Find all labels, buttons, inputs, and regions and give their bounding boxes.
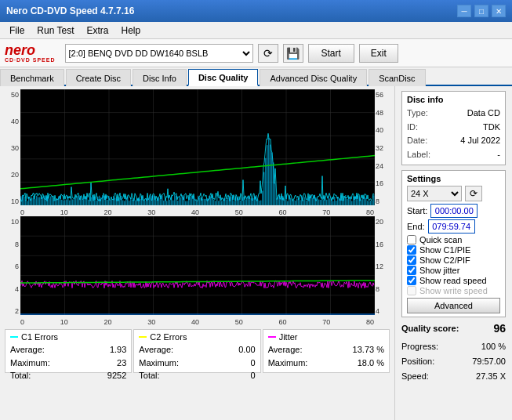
legend-jitter-average: Average: 13.73 % bbox=[268, 343, 384, 357]
jitter-average-label: Average: bbox=[268, 343, 303, 357]
disc-info-title: Disc info bbox=[407, 95, 500, 104]
menu-run-test[interactable]: Run Test bbox=[31, 24, 80, 38]
c2-average-value: 0.00 bbox=[238, 343, 255, 357]
speed-label: Speed: bbox=[401, 369, 429, 384]
start-button[interactable]: Start bbox=[308, 44, 354, 63]
disc-info-section: Disc info Type: Data CD ID: TDK Date: 4 … bbox=[401, 91, 506, 165]
menu-extra[interactable]: Extra bbox=[80, 24, 114, 38]
start-time-label: Start: bbox=[407, 206, 427, 215]
show-c2pif-checkbox[interactable] bbox=[407, 255, 416, 265]
disc-label-value: - bbox=[497, 148, 500, 162]
progress-row: Progress: 100 % bbox=[401, 339, 506, 354]
speed-row: Speed: 27.35 X bbox=[401, 369, 506, 384]
logo-sub: CD·DVD SPEED bbox=[5, 57, 56, 63]
advanced-button[interactable]: Advanced bbox=[407, 298, 500, 313]
legend-c1-label: C1 Errors bbox=[21, 332, 58, 342]
disc-label-row: Label: - bbox=[407, 148, 500, 162]
end-time-label: End: bbox=[407, 222, 425, 231]
tab-bar: Benchmark Create Disc Disc Info Disc Qua… bbox=[0, 67, 512, 86]
top-chart-y-right: 56 48 40 32 24 16 8 bbox=[374, 89, 391, 207]
right-panel: Disc info Type: Data CD ID: TDK Date: 4 … bbox=[394, 86, 512, 420]
legend-c2-average: Average: 0.00 bbox=[139, 343, 255, 357]
show-jitter-label: Show jitter bbox=[419, 266, 459, 275]
window-title: Nero CD-DVD Speed 4.7.7.16 bbox=[6, 5, 134, 16]
speed-settings-row: 24 X 16 X 8 X 4 X Max ⟳ bbox=[407, 186, 500, 201]
show-read-speed-label: Show read speed bbox=[419, 276, 487, 285]
legend-area: C1 Errors Average: 1.93 Maximum: 23 Tota… bbox=[3, 326, 391, 376]
show-c2pif-row: Show C2/PIF bbox=[407, 255, 500, 265]
tab-benchmark[interactable]: Benchmark bbox=[0, 69, 64, 86]
settings-section: Settings 24 X 16 X 8 X 4 X Max ⟳ Start: … bbox=[401, 170, 506, 317]
exit-button[interactable]: Exit bbox=[359, 44, 398, 63]
legend-jitter: Jitter Average: 13.73 % Maximum: 18.0 % bbox=[263, 329, 390, 373]
bottom-chart-y-left: 10 8 6 4 2 bbox=[3, 216, 20, 317]
c2-average-label: Average: bbox=[139, 343, 173, 357]
jitter-average-value: 13.73 % bbox=[353, 343, 384, 357]
show-c1pie-checkbox[interactable] bbox=[407, 245, 416, 255]
bottom-chart-x-axis: 01020304050607080 bbox=[20, 318, 374, 326]
toolbar: nero CD·DVD SPEED [2:0] BENQ DVD DD DW16… bbox=[0, 39, 512, 67]
disc-label-label: Label: bbox=[407, 148, 430, 162]
legend-c2-total: Total: 0 bbox=[139, 369, 255, 382]
c1-average-value: 1.93 bbox=[110, 343, 126, 357]
progress-value: 100 % bbox=[481, 339, 506, 354]
position-value: 79:57.00 bbox=[472, 354, 506, 369]
c2-total-value: 0 bbox=[251, 369, 256, 382]
disc-id-value: TDK bbox=[483, 121, 500, 135]
legend-c1-header: C1 Errors bbox=[10, 332, 126, 342]
position-row: Position: 79:57.00 bbox=[401, 354, 506, 369]
progress-section: Progress: 100 % Position: 79:57.00 Speed… bbox=[401, 339, 506, 383]
start-time-input[interactable]: 000:00.00 bbox=[430, 204, 478, 218]
tab-disc-info[interactable]: Disc Info bbox=[133, 69, 187, 86]
speed-value: 27.35 X bbox=[476, 369, 506, 384]
disc-type-value: Data CD bbox=[467, 107, 500, 121]
show-write-speed-label: Show write speed bbox=[419, 286, 488, 295]
chart-area: 50 40 30 20 10 56 48 40 32 24 16 8 01020… bbox=[0, 86, 394, 420]
tab-create-disc[interactable]: Create Disc bbox=[66, 69, 131, 86]
main-content: 50 40 30 20 10 56 48 40 32 24 16 8 01020… bbox=[0, 86, 512, 420]
minimize-button[interactable]: ─ bbox=[457, 5, 471, 17]
show-write-speed-checkbox bbox=[407, 286, 416, 295]
settings-refresh-button[interactable]: ⟳ bbox=[465, 186, 482, 201]
disc-date-value: 4 Jul 2022 bbox=[460, 134, 500, 148]
tab-scandisc[interactable]: ScanDisc bbox=[369, 69, 425, 86]
show-c1pie-label: Show C1/PIE bbox=[419, 245, 470, 255]
c2-max-label: Maximum: bbox=[139, 357, 179, 370]
window-controls[interactable]: ─ □ ✕ bbox=[457, 5, 506, 17]
quality-score-value: 96 bbox=[493, 322, 506, 335]
show-jitter-row: Show jitter bbox=[407, 266, 500, 275]
legend-jitter-maximum: Maximum: 18.0 % bbox=[268, 357, 384, 370]
speed-select[interactable]: 24 X 16 X 8 X 4 X Max bbox=[407, 186, 462, 201]
quick-scan-row: Quick scan bbox=[407, 235, 500, 244]
c1-total-label: Total: bbox=[10, 369, 31, 382]
save-button[interactable]: 💾 bbox=[283, 44, 303, 63]
menu-bar: File Run Test Extra Help bbox=[0, 22, 512, 39]
disc-date-label: Date: bbox=[407, 134, 427, 148]
end-time-input[interactable]: 079:59.74 bbox=[428, 219, 475, 234]
quick-scan-checkbox[interactable] bbox=[407, 235, 416, 244]
bottom-chart-wrapper: 10 8 6 4 2 20 16 12 8 4 0102030405060708… bbox=[3, 216, 391, 326]
bottom-chart-canvas bbox=[20, 216, 375, 315]
legend-c1-maximum: Maximum: 23 bbox=[10, 357, 126, 370]
refresh-drive-button[interactable]: ⟳ bbox=[258, 44, 278, 63]
menu-help[interactable]: Help bbox=[115, 24, 147, 38]
jitter-max-label: Maximum: bbox=[268, 357, 308, 370]
drive-select[interactable]: [2:0] BENQ DVD DD DW1640 BSLB bbox=[65, 44, 253, 63]
show-read-speed-checkbox[interactable] bbox=[407, 276, 416, 285]
show-jitter-checkbox[interactable] bbox=[407, 266, 416, 275]
tab-disc-quality[interactable]: Disc Quality bbox=[188, 69, 259, 86]
top-chart-canvas bbox=[20, 89, 375, 205]
tab-advanced-disc-quality[interactable]: Advanced Disc Quality bbox=[260, 69, 367, 86]
legend-c1: C1 Errors Average: 1.93 Maximum: 23 Tota… bbox=[5, 329, 132, 373]
title-bar: Nero CD-DVD Speed 4.7.7.16 ─ □ ✕ bbox=[0, 0, 512, 22]
show-read-speed-row: Show read speed bbox=[407, 276, 500, 285]
disc-date-row: Date: 4 Jul 2022 bbox=[407, 134, 500, 148]
close-button[interactable]: ✕ bbox=[492, 5, 506, 17]
menu-file[interactable]: File bbox=[3, 24, 31, 38]
legend-jitter-label: Jitter bbox=[279, 332, 298, 342]
maximize-button[interactable]: □ bbox=[474, 5, 488, 17]
c1-color-indicator bbox=[10, 336, 18, 338]
c1-max-label: Maximum: bbox=[10, 357, 50, 370]
start-time-row: Start: 000:00.00 bbox=[407, 204, 500, 218]
legend-c1-average: Average: 1.93 bbox=[10, 343, 126, 357]
